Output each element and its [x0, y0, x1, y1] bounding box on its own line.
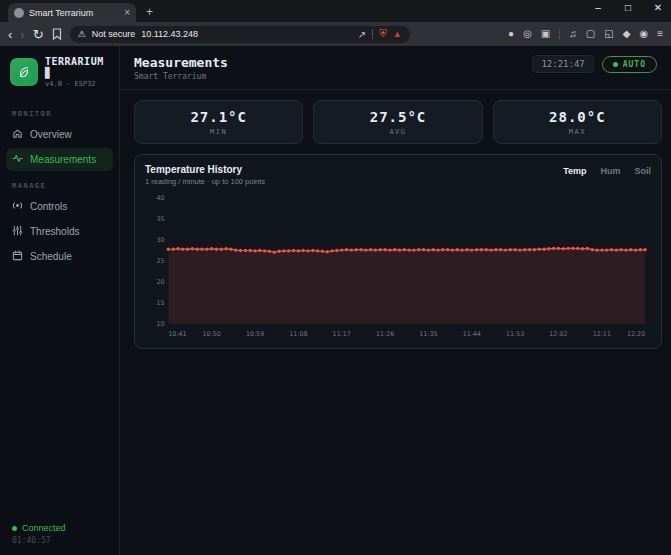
- stat-label: MIN: [135, 128, 302, 136]
- section-label-monitor: MONITOR: [0, 100, 119, 122]
- connected-label: Connected: [22, 523, 66, 533]
- leaf-logo-icon: [10, 58, 38, 86]
- sliders-icon: [12, 225, 23, 238]
- stat-value: 27.1°C: [135, 109, 302, 125]
- tab-hum[interactable]: Hum: [600, 166, 620, 176]
- home-icon: [12, 128, 23, 141]
- menu-icon[interactable]: ≡: [657, 29, 663, 39]
- tab-title: Smart Terrarium: [29, 8, 119, 18]
- page-subtitle: Smart Terrarium: [134, 72, 228, 81]
- svg-text:11:53: 11:53: [506, 330, 524, 338]
- forward-button[interactable]: ›: [20, 28, 24, 41]
- sidebar-item-label: Measurements: [30, 154, 96, 165]
- wallet-icon[interactable]: ◆: [623, 29, 631, 39]
- chart-subtitle: 1 reading / minute · up to 100 points: [145, 177, 265, 186]
- svg-text:11:08: 11:08: [289, 330, 307, 338]
- stat-label: MAX: [494, 128, 661, 136]
- svg-text:15: 15: [156, 299, 164, 307]
- stat-label: AVG: [314, 128, 481, 136]
- svg-text:10:50: 10:50: [203, 330, 221, 338]
- sidebar-item-label: Controls: [30, 201, 67, 212]
- tab-temp[interactable]: Temp: [563, 166, 586, 176]
- svg-text:11:44: 11:44: [463, 330, 481, 338]
- sidebar-item-label: Schedule: [30, 251, 72, 262]
- window-maximize-button[interactable]: □: [621, 2, 635, 13]
- browser-tab[interactable]: Smart Terrarium ×: [8, 3, 136, 22]
- new-tab-button[interactable]: +: [146, 5, 153, 19]
- stat-value: 28.0°C: [494, 109, 661, 125]
- stat-card-avg: 27.5°C AVG: [313, 100, 482, 144]
- brave-shield-icon[interactable]: ⛨: [379, 28, 387, 40]
- sidebar-item-label: Overview: [30, 129, 72, 140]
- chart-title: Temperature History: [145, 164, 265, 175]
- sidebar-item-measurements[interactable]: Measurements: [6, 148, 113, 171]
- svg-text:11:35: 11:35: [419, 330, 437, 338]
- security-label: Not secure: [92, 29, 136, 39]
- auto-dot-icon: [613, 62, 618, 67]
- share-icon[interactable]: ↗: [358, 29, 366, 40]
- extension-box-icon[interactable]: ▣: [541, 29, 550, 39]
- toggle-icon: [12, 200, 23, 213]
- reload-button[interactable]: ↻: [33, 28, 44, 41]
- extension-circle-icon[interactable]: ●: [508, 29, 514, 39]
- tab-close-icon[interactable]: ×: [124, 8, 130, 18]
- app-title: TERRARIUM▊: [45, 56, 109, 78]
- pip-icon[interactable]: ◱: [604, 29, 613, 39]
- svg-text:30: 30: [156, 236, 164, 244]
- sidebar: TERRARIUM▊ v4.0 · ESP32 MONITOR Overview…: [0, 46, 120, 555]
- bookmark-icon[interactable]: [52, 28, 62, 40]
- svg-text:12:02: 12:02: [549, 330, 567, 338]
- uptime-counter: 01:46:57: [12, 536, 107, 545]
- url-text: 10.112.43.248: [141, 29, 198, 39]
- window-close-button[interactable]: ✕: [651, 2, 665, 13]
- tab-favicon-icon: [14, 8, 24, 18]
- window-minimize-button[interactable]: –: [591, 2, 605, 13]
- svg-text:40: 40: [156, 194, 164, 202]
- browser-toolbar: ‹ › ↻ ⚠ Not secure 10.112.43.248 ↗ ⛨ ▲ ●…: [0, 22, 671, 46]
- svg-text:10:59: 10:59: [246, 330, 264, 338]
- sidebar-item-controls[interactable]: Controls: [6, 195, 113, 218]
- terminal-cursor: ▊: [45, 67, 52, 78]
- brave-rewards-icon[interactable]: ▲: [393, 29, 402, 39]
- window-icon[interactable]: ▢: [586, 29, 595, 39]
- temperature-history-card: Temperature History 1 reading / minute ·…: [134, 154, 662, 349]
- tab-soil[interactable]: Soil: [634, 166, 651, 176]
- svg-text:10:41: 10:41: [168, 330, 186, 338]
- stat-card-min: 27.1°C MIN: [134, 100, 303, 144]
- back-button[interactable]: ‹: [8, 28, 12, 41]
- temperature-chart: 1015202530354010:4110:5010:5911:0811:171…: [145, 190, 651, 340]
- page-title: Measurements: [134, 55, 228, 70]
- auto-mode-button[interactable]: AUTO: [602, 56, 657, 73]
- activity-icon: [12, 153, 23, 166]
- svg-text:12:11: 12:11: [593, 330, 611, 338]
- not-secure-warning-icon: ⚠: [78, 29, 86, 39]
- connection-status: Connected 01:46:57: [0, 513, 119, 555]
- svg-text:35: 35: [156, 215, 164, 223]
- sidebar-item-label: Thresholds: [30, 226, 79, 237]
- svg-text:12:20: 12:20: [627, 330, 645, 338]
- calendar-icon: [12, 250, 23, 263]
- app-version: v4.0 · ESP32: [45, 80, 109, 88]
- svg-text:11:17: 11:17: [333, 330, 351, 338]
- stat-card-max: 28.0°C MAX: [493, 100, 662, 144]
- svg-text:11:26: 11:26: [376, 330, 394, 338]
- app-logo: TERRARIUM▊ v4.0 · ESP32: [0, 46, 119, 100]
- page-header: Measurements Smart Terrarium 12:21:47 AU…: [120, 46, 671, 90]
- sidebar-item-overview[interactable]: Overview: [6, 123, 113, 146]
- connected-dot-icon: [12, 526, 17, 531]
- sidebar-item-thresholds[interactable]: Thresholds: [6, 220, 113, 243]
- main-content: Measurements Smart Terrarium 12:21:47 AU…: [120, 46, 671, 555]
- svg-text:20: 20: [156, 278, 164, 286]
- stat-value: 27.5°C: [314, 109, 481, 125]
- clock-display: 12:21:47: [532, 55, 593, 73]
- section-label-manage: MANAGE: [0, 172, 119, 194]
- extension-swirl-icon[interactable]: ◎: [523, 29, 532, 39]
- svg-text:10: 10: [156, 320, 164, 328]
- browser-tab-strip: Smart Terrarium × + – □ ✕: [0, 0, 671, 22]
- sidebar-item-schedule[interactable]: Schedule: [6, 245, 113, 268]
- profile-badge-icon[interactable]: ◉: [639, 29, 648, 39]
- address-bar[interactable]: ⚠ Not secure 10.112.43.248 ↗ ⛨ ▲: [70, 26, 410, 43]
- stats-row: 27.1°C MIN 27.5°C AVG 28.0°C MAX: [120, 90, 671, 144]
- media-icon[interactable]: ♫: [569, 29, 577, 39]
- svg-text:25: 25: [156, 257, 164, 265]
